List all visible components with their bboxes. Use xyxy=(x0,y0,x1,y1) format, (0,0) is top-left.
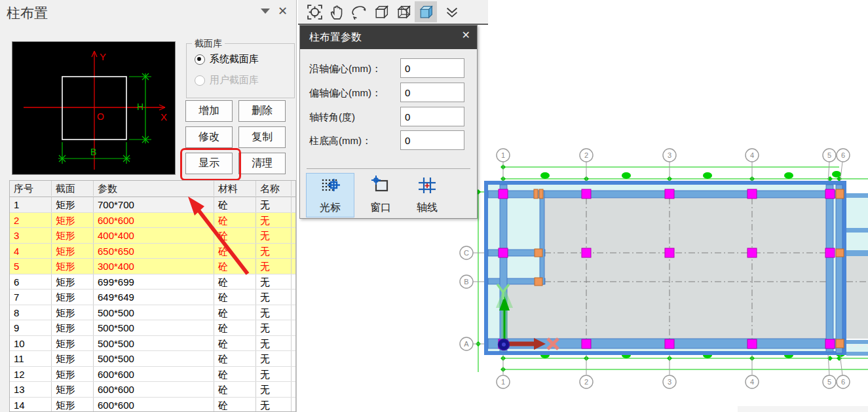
svg-text:6: 6 xyxy=(841,378,845,386)
table-row[interactable]: 9矩形500*500砼无 xyxy=(10,320,295,336)
preview-origin-label: O xyxy=(97,111,104,122)
mode-axisline-label: 轴线 xyxy=(417,201,438,215)
radio-system-library-label: 系统截面库 xyxy=(210,53,259,66)
table-row[interactable]: 7矩形649*649砼无 xyxy=(10,290,295,305)
svg-text:3: 3 xyxy=(668,151,671,159)
section-table-header: 序号 截面 参数 材料 名称 xyxy=(10,181,295,197)
cursor-grid-icon xyxy=(319,174,341,200)
svg-text:A: A xyxy=(464,340,469,348)
preview-x-label: X xyxy=(160,111,167,122)
table-row[interactable]: 12矩形600*600砼无 xyxy=(10,367,295,383)
radio-user-library-label: 用户截面库 xyxy=(210,74,259,86)
chevron-down-icon[interactable] xyxy=(261,9,270,14)
col-header-name: 名称 xyxy=(256,181,292,196)
status-strip xyxy=(738,406,868,412)
base-height-input[interactable] xyxy=(400,130,464,150)
mode-window-button[interactable]: 窗口 xyxy=(358,173,403,217)
window-select-icon xyxy=(369,174,392,200)
col-header-section: 截面 xyxy=(52,181,94,196)
zoom-extents-icon[interactable] xyxy=(303,1,326,22)
svg-text:B: B xyxy=(464,278,468,286)
panel-title: 柱布置 xyxy=(7,4,48,22)
radio-unselected-icon xyxy=(195,75,205,86)
svg-text:4: 4 xyxy=(750,378,754,386)
section-library-group: 截面库 系统截面库 用户截面库 xyxy=(186,43,295,98)
col-header-material: 材料 xyxy=(214,181,256,196)
table-row[interactable]: 13矩形600*600砼无 xyxy=(10,382,295,398)
table-row[interactable]: 4矩形650*650砼无 xyxy=(10,244,295,259)
dialog-close-icon[interactable]: ✕ xyxy=(462,29,470,41)
modify-button[interactable]: 修改 xyxy=(185,126,233,148)
preview-b-label: B xyxy=(90,147,96,157)
cube-shaded-icon[interactable] xyxy=(415,1,437,22)
section-table-body: 1矩形700*700砼无2矩形600*600砼无3矩形400*400砼无4矩形6… xyxy=(10,197,295,412)
svg-text:2: 2 xyxy=(584,151,588,159)
col-header-no: 序号 xyxy=(10,181,52,196)
column-layout-panel: 柱布置 ✕ Y xyxy=(0,0,297,412)
pan-icon[interactable] xyxy=(326,1,348,22)
svg-text:2: 2 xyxy=(584,378,588,386)
field-label-lateral-offset: 偏轴偏心(mm)： xyxy=(309,87,381,100)
axis-line-icon xyxy=(416,174,438,200)
column-param-dialog: 柱布置参数 ✕ 沿轴偏心(mm)： 偏轴偏心(mm)： 轴转角(度) 柱底高(m… xyxy=(299,25,478,219)
dialog-title: 柱布置参数 xyxy=(300,26,477,49)
delete-button[interactable]: 删除 xyxy=(238,100,286,122)
field-label-base-height: 柱底高(mm)： xyxy=(309,135,371,147)
axial-offset-input[interactable] xyxy=(400,58,464,78)
preview-dimensions xyxy=(58,73,151,164)
section-table: 序号 截面 参数 材料 名称 1矩形700*700砼无2矩形600*600砼无3… xyxy=(9,180,296,412)
lateral-offset-input[interactable] xyxy=(400,83,464,102)
svg-text:C: C xyxy=(464,249,469,257)
table-row[interactable]: 8矩形500*500砼无 xyxy=(10,305,295,321)
preview-y-label: Y xyxy=(100,51,106,62)
mode-axisline-button[interactable]: 轴线 xyxy=(404,173,450,217)
table-row[interactable]: 10矩形500*500砼无 xyxy=(10,336,295,352)
cube-hidden-line-icon[interactable] xyxy=(392,1,415,22)
radio-system-library[interactable]: 系统截面库 xyxy=(195,53,259,66)
mode-cursor-button[interactable]: 光标 xyxy=(306,173,354,217)
orbit-rotate-icon[interactable] xyxy=(348,1,370,22)
svg-text:3: 3 xyxy=(668,378,671,386)
plan-right-wing xyxy=(846,193,868,356)
table-row[interactable]: 5矩形300*400砼无 xyxy=(10,259,295,274)
close-icon[interactable]: ✕ xyxy=(278,4,288,18)
field-label-axial-offset: 沿轴偏心(mm)： xyxy=(309,63,381,75)
table-row[interactable]: 2矩形600*600砼无 xyxy=(10,213,295,229)
svg-text:6: 6 xyxy=(841,151,845,159)
clean-button[interactable]: 清理 xyxy=(238,153,286,174)
col-header-param: 参数 xyxy=(94,181,214,196)
field-label-rotation: 轴转角(度) xyxy=(309,111,355,124)
section-library-title: 截面库 xyxy=(192,38,225,50)
svg-text:1: 1 xyxy=(501,378,505,386)
radio-selected-icon xyxy=(195,54,205,65)
svg-text:5: 5 xyxy=(827,151,831,159)
svg-text:4: 4 xyxy=(750,151,754,159)
table-row[interactable]: 3矩形400*400砼无 xyxy=(10,228,295,244)
section-preview: Y X O H B xyxy=(12,41,176,175)
dialog-separator xyxy=(307,168,470,169)
show-button[interactable]: 显示 xyxy=(185,153,233,174)
table-row[interactable]: 6矩形699*699砼无 xyxy=(10,274,295,290)
expand-more-icon[interactable] xyxy=(441,1,463,22)
cube-wireframe-icon[interactable] xyxy=(370,1,392,22)
preview-h-label: H xyxy=(137,102,143,112)
svg-text:5: 5 xyxy=(827,378,831,386)
mode-window-label: 窗口 xyxy=(370,201,391,215)
radio-user-library[interactable]: 用户截面库 xyxy=(195,74,259,86)
mode-cursor-label: 光标 xyxy=(320,201,341,215)
table-row[interactable]: 11矩形500*500砼无 xyxy=(10,351,295,367)
table-row[interactable]: 14矩形600*600砼无 xyxy=(10,398,295,412)
app-window: 柱布置 ✕ Y xyxy=(0,0,868,412)
rotation-input[interactable] xyxy=(400,107,464,126)
view-toolbar xyxy=(298,0,488,25)
copy-button[interactable]: 复制 xyxy=(238,126,286,148)
plan-building xyxy=(486,183,868,356)
table-row[interactable]: 1矩形700*700砼无 xyxy=(10,197,295,213)
svg-text:1: 1 xyxy=(501,151,505,159)
add-button[interactable]: 增加 xyxy=(185,100,233,122)
